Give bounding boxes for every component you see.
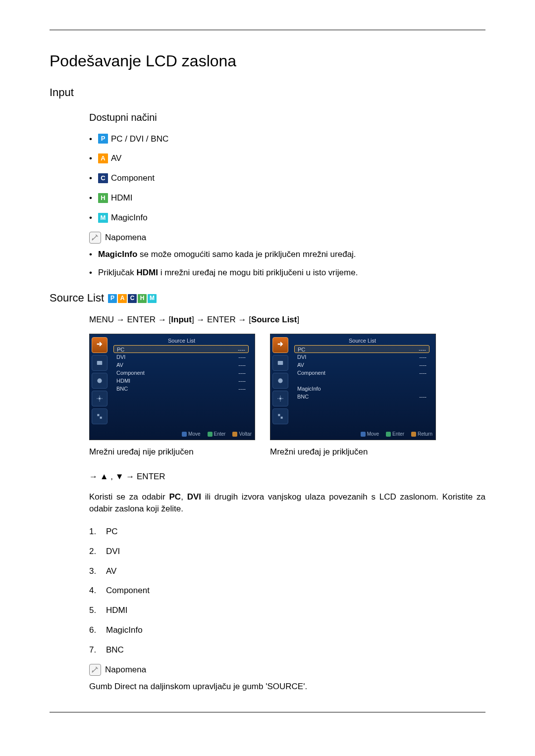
svg-point-2 (99, 397, 101, 400)
list-label: AV (106, 565, 116, 577)
mode-label: HDMI (111, 192, 132, 204)
list-item: 2.DVI (89, 546, 485, 557)
source-name: BNC (297, 393, 309, 400)
mode-badge-icon: A (98, 153, 108, 163)
list-number: 5. (89, 605, 106, 616)
source-value: ---- (419, 393, 427, 400)
sidebar-multi-icon (272, 408, 288, 424)
source-name: PC (117, 346, 124, 352)
bullet-icon: • (89, 152, 98, 164)
list-item: 1.PC (89, 526, 485, 538)
source-row: AV---- (294, 361, 429, 369)
mode-item: • M MagicInfo (89, 212, 485, 224)
panel-title: Source List (113, 337, 250, 345)
mode-badge-icon: M (98, 213, 108, 223)
osd-panel-right: Source List PC----DVI----AV----Component… (270, 334, 436, 440)
sidebar-setup-icon (272, 391, 288, 406)
source-row: Component---- (113, 369, 249, 377)
osd-panel-left: Source List PC----DVI----AV----Component… (89, 334, 255, 440)
modes-header: Dostupni načini (89, 110, 485, 124)
source-value: ---- (419, 369, 427, 376)
page-title: Podešavanje LCD zaslona (50, 50, 485, 72)
source-name: BNC (116, 385, 128, 392)
section-input: Input (50, 85, 485, 101)
source-value: ---- (238, 377, 246, 384)
mode-item: • A AV (89, 152, 485, 164)
svg-point-7 (279, 397, 282, 400)
source-name: HDMI (116, 377, 130, 384)
source-ordered-list: 1.PC2.DVI3.AV4.Component5.HDMI6.MagicInf… (89, 526, 485, 656)
sidebar-input-icon (92, 337, 107, 353)
source-value: ---- (238, 361, 246, 368)
modes-list: • P PC / DVI / BNC• A AV• C Component• H… (89, 133, 485, 224)
sidebar-multi-icon (92, 408, 107, 424)
source-name: Component (297, 369, 325, 376)
mode-badge-icon: P (98, 134, 108, 144)
sidebar-sound-icon (92, 373, 107, 389)
svg-rect-3 (97, 414, 99, 416)
mode-badge-icon: C (98, 173, 108, 183)
source-name: Component (116, 369, 145, 376)
list-label: BNC (106, 644, 124, 656)
mode-badge-icon: H (98, 193, 108, 203)
source-row: PC---- (294, 345, 429, 353)
note-text: Priključak HDMI i mrežni uređaj ne mogu … (98, 267, 358, 279)
osd-panels: Source List PC----DVI----AV----Component… (89, 334, 485, 440)
mode-item: • P PC / DVI / BNC (89, 133, 485, 145)
return-icon (232, 432, 237, 437)
mode-item: • C Component (89, 172, 485, 184)
source-row: PC---- (113, 345, 249, 353)
sidebar-setup-icon (92, 391, 107, 406)
badge-m-icon: M (148, 294, 157, 303)
source-name: MagicInfo (297, 385, 321, 392)
source-row: BNC---- (294, 393, 429, 401)
move-icon (361, 432, 366, 437)
panel-content: PC----DVI----AV----Component----MagicInf… (294, 345, 429, 401)
svg-point-6 (278, 378, 282, 383)
badge-h-icon: H (138, 294, 147, 303)
panel-title: Source List (294, 337, 430, 345)
list-item: 6.MagicInfo (89, 624, 485, 636)
note-header-2: Napomena (89, 664, 485, 676)
svg-rect-8 (278, 414, 280, 416)
rule-top (50, 30, 485, 30)
source-row (294, 377, 429, 385)
list-number: 2. (89, 546, 106, 557)
source-value: ---- (419, 346, 426, 352)
source-name: AV (116, 361, 123, 368)
source-value: ---- (419, 353, 427, 360)
source-row: DVI---- (294, 353, 429, 361)
source-value: ---- (238, 385, 246, 392)
note-icon (89, 664, 101, 676)
source-name: PC (298, 346, 305, 352)
list-item: 7.BNC (89, 644, 485, 656)
list-number: 7. (89, 644, 106, 656)
mode-label: MagicInfo (111, 212, 148, 224)
mode-item: • H HDMI (89, 192, 485, 204)
list-label: Component (106, 585, 150, 597)
menu-path: MENU → ENTER → [Input] → ENTER → [Source… (89, 314, 485, 326)
panel-footer: Move Enter Voltar (182, 431, 252, 438)
sidebar-input-icon (272, 337, 288, 353)
source-value: ---- (238, 353, 246, 360)
source-list-badges: P A C H M (108, 294, 157, 303)
svg-rect-9 (281, 416, 283, 418)
description-paragraph: Koristi se za odabir PC, DVI ili drugih … (89, 491, 485, 515)
bullet-icon: • (89, 192, 98, 204)
bullet-icon: • (89, 133, 98, 145)
list-label: MagicInfo (106, 624, 143, 636)
caption-right: Mrežni uređaj je priključen (270, 446, 436, 458)
enter-icon (386, 432, 391, 437)
panel-footer: Move Enter Return (361, 431, 432, 438)
source-list-title: Source List (50, 291, 104, 306)
badge-c-icon: C (128, 294, 137, 303)
source-name: AV (297, 361, 304, 368)
list-number: 4. (89, 585, 106, 597)
sidebar-picture-icon (272, 355, 288, 371)
bullet-icon: • (89, 267, 98, 279)
bullet-icon: • (89, 172, 98, 184)
list-item: 4.Component (89, 585, 485, 597)
list-number: 6. (89, 624, 106, 636)
source-value: ---- (238, 369, 246, 376)
source-row: HDMI---- (113, 377, 249, 385)
